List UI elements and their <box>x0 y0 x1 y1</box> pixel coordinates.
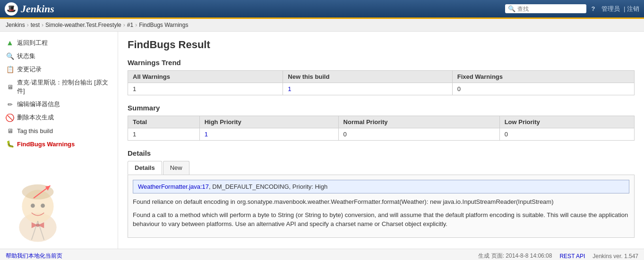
tabs-container: Details New WeatherFormatter.java:17, DM… <box>128 161 635 238</box>
jenkins-mascot <box>5 173 71 244</box>
breadcrumb-build[interactable]: #1 <box>127 22 133 28</box>
normal-priority-value: 0 <box>338 128 499 141</box>
sidebar-item-tag[interactable]: 🖥 Tag this build <box>0 124 118 137</box>
breadcrumb-jenkins[interactable]: Jenkins <box>6 22 25 28</box>
sidebar-item-console-label[interactable]: 查克·诺里斯说：控制台输出 [原文件] <box>17 78 112 95</box>
sidebar-item-compiler[interactable]: ✏ 编辑编译器信息 <box>0 98 118 111</box>
tag-icon: 🖥 <box>6 126 14 135</box>
logout-label: | 注销 <box>624 5 639 12</box>
warning-rest-text: , DM_DEFAULT_ENCODING, Priority: High <box>209 183 327 190</box>
sidebar-item-findbugs-label[interactable]: FindBugs Warnings <box>17 141 75 148</box>
col-low-priority: Low Priority <box>499 116 634 128</box>
warnings-trend-table: All Warnings New this build Fixed Warnin… <box>128 70 635 95</box>
list-icon: 📋 <box>6 65 14 74</box>
high-priority-value: 1 <box>199 128 338 141</box>
breadcrumb-sep-1: › <box>27 22 29 28</box>
footer-right: 生成 页面: 2014-8-8 14:06:08 REST API Jenkin… <box>478 252 638 260</box>
warnings-trend-heading: Warnings Trend <box>128 59 635 67</box>
localize-link[interactable]: 帮助我们本地化当前页 <box>6 252 62 260</box>
bug-icon: 🐛 <box>6 140 14 148</box>
all-warnings-value: 1 <box>128 83 283 95</box>
jenkins-logo-text: Jenkins <box>21 3 54 15</box>
svg-point-4 <box>41 203 45 208</box>
breadcrumb-findbugs[interactable]: FindBugs Warnings <box>139 22 188 28</box>
new-this-build-value: 1 <box>283 83 452 95</box>
sidebar-item-compiler-label[interactable]: 编辑编译器信息 <box>17 100 60 109</box>
sidebar: ▲ 返回到工程 🔍 状态集 📋 变更记录 🖥 查克·诺里斯说：控制台输出 [原文… <box>0 32 118 249</box>
fixed-warnings-value: 0 <box>452 83 634 95</box>
footer: 帮助我们本地化当前页 生成 页面: 2014-8-8 14:06:08 REST… <box>0 249 644 260</box>
breadcrumb-project[interactable]: Simole-weather.Test.Freestyle <box>45 22 121 28</box>
sidebar-item-back-label[interactable]: 返回到工程 <box>17 39 48 47</box>
col-high-priority: High Priority <box>199 116 338 128</box>
table-row: 1 1 0 0 <box>128 128 635 141</box>
page-title: FindBugs Result <box>128 39 635 51</box>
breadcrumb: Jenkins › test › Simole-weather.Test.Fre… <box>0 19 644 32</box>
breadcrumb-sep-3: › <box>123 22 125 28</box>
up-arrow-icon: ▲ <box>6 39 14 47</box>
details-panel: WeatherFormatter.java:17, DM_DEFAULT_ENC… <box>128 175 635 238</box>
monitor-icon: 🖥 <box>6 83 14 91</box>
header: 🎩 Jenkins 🔍 ? 管理员 | 注销 <box>0 0 644 19</box>
col-fixed-warnings: Fixed Warnings <box>452 71 634 83</box>
table-row: 1 1 0 <box>128 83 635 95</box>
sidebar-item-status-label[interactable]: 状态集 <box>17 52 35 60</box>
warning-description: Found reliance on default encoding in or… <box>133 197 629 229</box>
warning-desc-1: Found reliance on default encoding in or… <box>133 197 629 207</box>
sidebar-item-back[interactable]: ▲ 返回到工程 <box>0 36 118 50</box>
logo: 🎩 Jenkins <box>5 2 54 16</box>
sidebar-item-delete[interactable]: 🚫 删除本次生成 <box>0 111 118 124</box>
header-links: 管理员 | 注销 <box>600 5 639 13</box>
breadcrumb-test[interactable]: test <box>31 22 40 28</box>
header-right: 🔍 ? 管理员 | 注销 <box>505 4 639 13</box>
generated-label: 生成 页面: 2014-8-8 14:06:08 <box>478 252 552 260</box>
details-heading: Details <box>128 149 635 157</box>
total-value: 1 <box>128 128 200 141</box>
breadcrumb-sep-2: › <box>42 22 43 28</box>
tab-new[interactable]: New <box>163 161 189 175</box>
magnify-icon: 🔍 <box>6 52 14 60</box>
search-input[interactable] <box>517 6 584 12</box>
col-all-warnings: All Warnings <box>128 71 283 83</box>
sidebar-item-console[interactable]: 🖥 查克·诺里斯说：控制台输出 [原文件] <box>0 76 118 98</box>
col-total: Total <box>128 116 200 128</box>
warning-header: WeatherFormatter.java:17, DM_DEFAULT_ENC… <box>133 180 629 193</box>
search-box[interactable]: 🔍 <box>505 4 586 13</box>
warning-file-link[interactable]: WeatherFormatter.java:17 <box>138 183 209 190</box>
high-priority-link[interactable]: 1 <box>205 131 208 138</box>
search-icon: 🔍 <box>508 5 515 12</box>
summary-table: Total High Priority Normal Priority Low … <box>128 116 635 141</box>
sidebar-item-findbugs[interactable]: 🐛 FindBugs Warnings <box>0 137 118 151</box>
new-build-link[interactable]: 1 <box>288 85 291 92</box>
version-label: Jenkins ver. 1.547 <box>592 253 638 260</box>
sidebar-item-tag-label[interactable]: Tag this build <box>17 127 53 134</box>
no-icon: 🚫 <box>6 113 14 122</box>
tab-details[interactable]: Details <box>128 161 162 175</box>
tabs-bar: Details New <box>128 161 635 175</box>
sidebar-item-status[interactable]: 🔍 状态集 <box>0 50 118 63</box>
col-new-this-build: New this build <box>283 71 452 83</box>
low-priority-value: 0 <box>499 128 634 141</box>
help-icon[interactable]: ? <box>591 5 595 12</box>
sidebar-item-changes[interactable]: 📋 变更记录 <box>0 63 118 76</box>
layout: ▲ 返回到工程 🔍 状态集 📋 变更记录 🖥 查克·诺里斯说：控制台输出 [原文… <box>0 32 644 249</box>
summary-heading: Summary <box>128 104 635 112</box>
jenkins-hat-icon: 🎩 <box>5 2 18 16</box>
col-normal-priority: Normal Priority <box>338 116 499 128</box>
admin-link[interactable]: 管理员 <box>601 5 620 12</box>
pencil-icon: ✏ <box>6 100 14 109</box>
svg-point-3 <box>31 203 35 208</box>
sidebar-item-changes-label[interactable]: 变更记录 <box>17 65 42 74</box>
main-content: FindBugs Result Warnings Trend All Warni… <box>118 32 644 249</box>
sidebar-item-delete-label[interactable]: 删除本次生成 <box>17 113 54 122</box>
breadcrumb-sep-4: › <box>135 22 137 28</box>
rest-api-link[interactable]: REST API <box>559 253 585 260</box>
warning-desc-2: Found a call to a method which will perf… <box>133 210 629 229</box>
